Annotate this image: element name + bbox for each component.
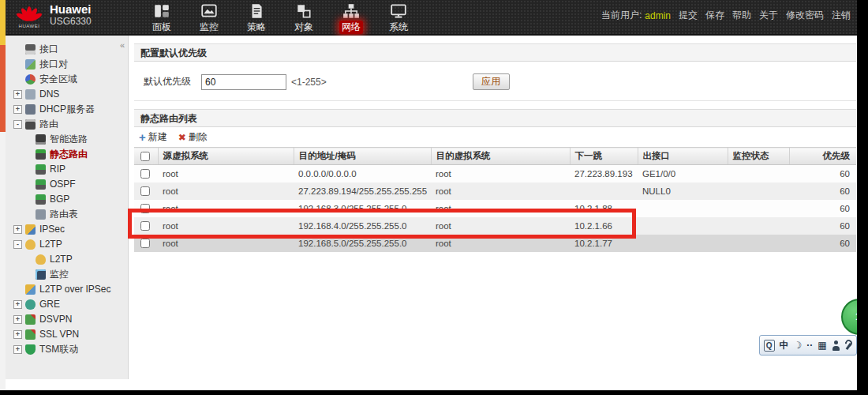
l2tp-over-ipsec-icon — [25, 284, 36, 295]
sidebar-nav-tree: « 接口 接口对 安全区域 +DNS +DHCP服务器 -路由 智能选路 静态路… — [6, 36, 129, 379]
apply-button[interactable]: 应用 — [473, 73, 510, 90]
top-bar: HUAWEI Huawei USG6330 面板 — [6, 0, 857, 36]
sidebar-item-tsm[interactable]: +TSM联动 — [6, 342, 128, 357]
object-icon — [286, 2, 321, 20]
user-bar: 当前用户: admin 提交 保存 帮助 关于 修改密码 注销 — [601, 9, 851, 22]
row-checkbox[interactable] — [140, 221, 150, 231]
sidebar-item-smart-routing[interactable]: 智能选路 — [6, 132, 128, 147]
row-checkbox[interactable] — [140, 239, 150, 248]
sidebar-item-interface[interactable]: 接口 — [6, 42, 128, 57]
expand-icon[interactable]: + — [13, 300, 22, 309]
sidebar-item-dns[interactable]: +DNS — [6, 87, 128, 102]
sidebar-item-l2tp-monitor[interactable]: 监控 — [6, 267, 128, 282]
ssl-vpn-icon — [25, 329, 36, 340]
link-logout[interactable]: 注销 — [832, 9, 851, 22]
delete-button[interactable]: ✖ 删除 — [178, 130, 208, 144]
tab-label: 监控 — [197, 21, 221, 34]
collapse-icon[interactable]: - — [13, 120, 22, 129]
punctuation-icon[interactable]: ·· — [806, 340, 813, 351]
huawei-logo-icon: HUAWEI — [13, 2, 45, 28]
col-src-vsys: 源虚拟系统 — [158, 148, 294, 165]
sidebar-item-routing-table[interactable]: 路由表 — [6, 207, 128, 222]
link-change-password[interactable]: 修改密码 — [786, 9, 824, 22]
device-model: USG6330 — [50, 17, 92, 27]
ospf-icon — [36, 179, 46, 190]
l2tp-icon — [36, 254, 46, 265]
sidebar-item-rip[interactable]: RIP — [6, 162, 128, 177]
link-about[interactable]: 关于 — [759, 9, 778, 22]
sidebar-item-l2tp-over-ipsec[interactable]: L2TP over IPSec — [6, 282, 128, 297]
sidebar-item-security-zone[interactable]: 安全区域 — [6, 72, 128, 87]
ime-logo-icon[interactable]: Q — [764, 340, 775, 352]
sidebar-collapse-icon[interactable]: « — [120, 40, 125, 50]
brand-text: Huawei USG6330 — [50, 3, 92, 27]
half-full-width-icon[interactable]: ☽ — [794, 340, 803, 351]
route-row-2[interactable]: root 192.168.3.0/255.255.255.0 root 10.2… — [134, 200, 856, 217]
sidebar-item-dsvpn[interactable]: +DSVPN — [6, 312, 128, 327]
route-row-4[interactable]: root 192.168.5.0/255.255.255.0 root 10.2… — [134, 235, 856, 252]
user-lexicon-icon[interactable] — [832, 340, 840, 351]
tab-object[interactable]: 对象 — [286, 2, 321, 34]
select-all-cell — [134, 148, 158, 165]
collapse-icon[interactable]: - — [13, 240, 22, 249]
tab-policy[interactable]: 策略 — [239, 2, 274, 34]
link-save[interactable]: 保存 — [705, 9, 724, 22]
expand-icon[interactable]: + — [13, 225, 22, 234]
tab-label: 对象 — [292, 21, 316, 34]
sidebar-item-l2tp-child[interactable]: L2TP — [6, 252, 128, 267]
sidebar-item-routing[interactable]: -路由 — [6, 117, 128, 132]
brand-name: Huawei — [50, 3, 92, 17]
new-button[interactable]: + 新建 — [139, 130, 167, 144]
sidebar-item-ospf[interactable]: OSPF — [6, 177, 128, 192]
current-username: admin — [645, 10, 671, 21]
sidebar-item-interface-pair[interactable]: 接口对 — [6, 57, 128, 72]
route-row-1[interactable]: root 27.223.89.194/255.255.255.255 root … — [134, 182, 856, 200]
l2tp-icon — [25, 239, 36, 250]
col-monitor-status: 监控状态 — [728, 148, 789, 165]
expand-icon[interactable]: + — [13, 330, 22, 339]
expand-icon[interactable]: + — [13, 345, 22, 354]
system-icon — [381, 2, 416, 20]
expand-icon[interactable]: + — [13, 105, 22, 114]
current-user-label: 当前用户: — [601, 9, 642, 22]
static-route-table: 源虚拟系统 目的地址/掩码 目的虚拟系统 下一跳 出接口 监控状态 优先级 r — [134, 147, 856, 252]
x-cross-icon: ✖ — [178, 132, 186, 143]
select-all-checkbox[interactable] — [140, 152, 150, 161]
sidebar-item-gre[interactable]: +GRE — [6, 297, 128, 312]
ime-language-mode[interactable]: 中 — [780, 339, 789, 352]
screen: HUAWEI Huawei USG6330 面板 — [0, 0, 868, 395]
rip-icon — [36, 164, 46, 175]
sidebar-item-l2tp[interactable]: -L2TP — [6, 237, 128, 252]
sidebar-item-ssl-vpn[interactable]: +SSL VPN — [6, 327, 128, 342]
link-commit[interactable]: 提交 — [679, 9, 698, 22]
background-window-edge-yellow — [0, 0, 6, 45]
huawei-logo-word: HUAWEI — [13, 24, 45, 28]
tab-dashboard[interactable]: 面板 — [144, 2, 179, 34]
sidebar-item-dhcp-server[interactable]: +DHCP服务器 — [6, 102, 128, 117]
gre-icon — [25, 299, 36, 310]
ime-settings-icon[interactable] — [844, 340, 852, 351]
range-hint: <1-255> — [291, 77, 327, 88]
dsvpn-icon — [25, 314, 36, 325]
sidebar-item-ipsec[interactable]: +IPSec — [6, 222, 128, 237]
sidebar-item-bgp[interactable]: BGP — [6, 192, 128, 207]
screen-edge-bottom — [0, 390, 868, 395]
expand-icon[interactable]: + — [13, 90, 22, 99]
soft-keyboard-icon[interactable]: ▦ — [817, 340, 826, 351]
default-priority-input[interactable] — [201, 74, 286, 90]
link-help[interactable]: 帮助 — [732, 9, 751, 22]
route-row-3-highlighted[interactable]: root 192.168.4.0/255.255.255.0 root 10.2… — [134, 217, 856, 235]
row-checkbox[interactable] — [140, 204, 150, 213]
tab-network[interactable]: 网络 — [334, 2, 369, 34]
monitor-icon — [192, 2, 226, 20]
static-routing-icon — [36, 149, 46, 160]
tab-monitor[interactable]: 监控 — [192, 2, 226, 34]
expand-icon[interactable]: + — [13, 315, 22, 324]
sidebar-item-static-routing[interactable]: 静态路由 — [6, 147, 128, 162]
screen-edge-right — [857, 0, 868, 395]
row-checkbox[interactable] — [140, 169, 150, 179]
route-row-0[interactable]: root 0.0.0.0/0.0.0.0 root 27.223.89.193 … — [134, 165, 856, 182]
tab-system[interactable]: 系统 — [381, 2, 416, 34]
row-checkbox[interactable] — [140, 186, 150, 196]
panel-title: 静态路由列表 — [134, 109, 856, 127]
